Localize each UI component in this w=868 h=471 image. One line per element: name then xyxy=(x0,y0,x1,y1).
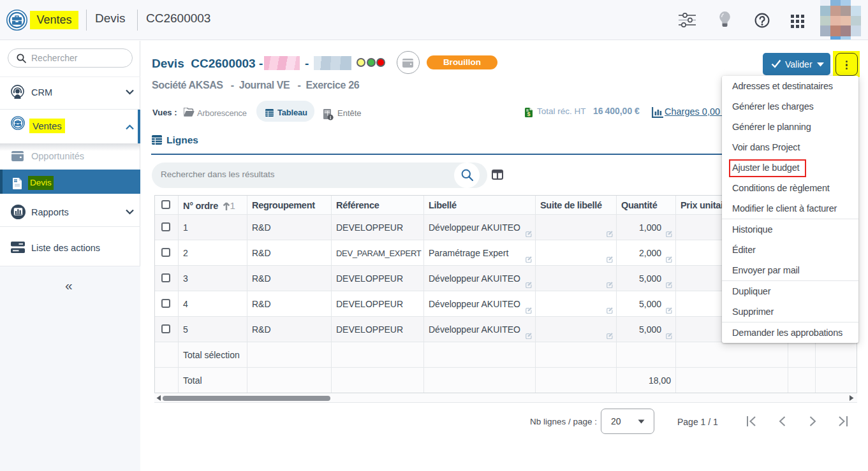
svg-text:$: $ xyxy=(527,111,530,117)
